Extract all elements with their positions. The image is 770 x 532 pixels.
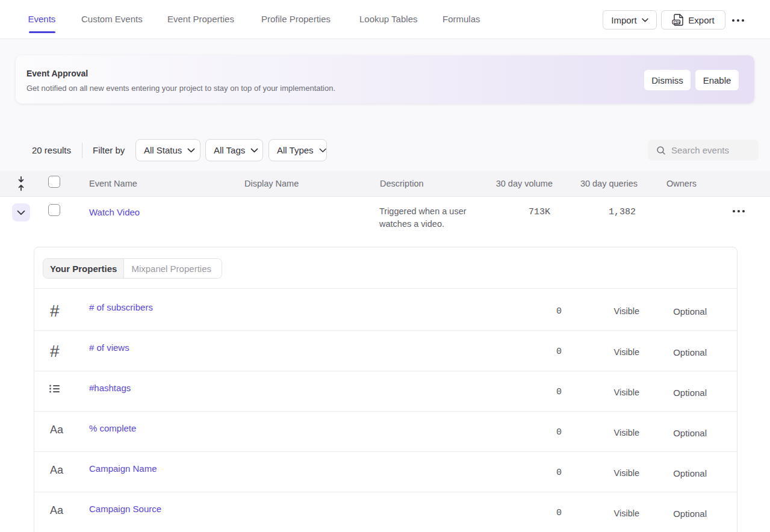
svg-text:CSV: CSV [674, 20, 680, 24]
